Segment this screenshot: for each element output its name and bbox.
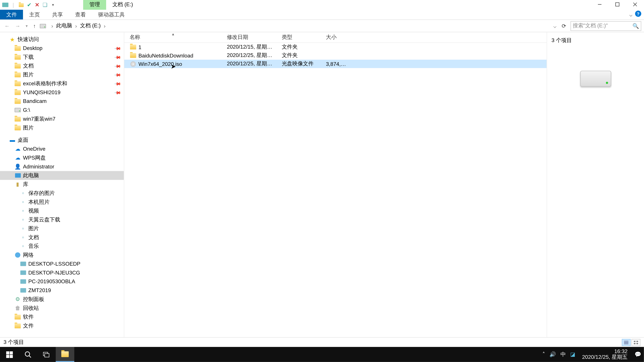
nav-network-item[interactable]: DESKTOP-LSSOEDP — [0, 259, 124, 268]
volume-icon[interactable]: 🔊 — [550, 351, 556, 358]
view-large-icons-button[interactable] — [632, 339, 640, 346]
qat-delete-icon[interactable]: ✕ — [34, 1, 40, 8]
ribbon-tab-file[interactable]: 文件 — [0, 10, 23, 19]
nav-this-pc[interactable]: 此电脑 — [0, 171, 124, 180]
ribbon-tab-drivetools[interactable]: 驱动器工具 — [92, 10, 131, 19]
folder-icon — [14, 313, 21, 321]
chevron-right-icon[interactable]: › — [74, 23, 78, 29]
folder-icon — [14, 124, 21, 131]
contextual-tab-manage[interactable]: 管理 — [83, 0, 106, 10]
ribbon-tab-home[interactable]: 主页 — [23, 10, 46, 19]
file-name: Win7x64_2020.iso — [138, 61, 182, 67]
cloud-icon: ☁ — [14, 145, 21, 152]
nav-lib-item[interactable]: ▫图片 — [0, 224, 124, 233]
file-name: 1 — [138, 44, 142, 50]
qat-properties-icon[interactable] — [18, 1, 25, 8]
maximize-button[interactable] — [608, 0, 626, 9]
col-date[interactable]: 修改日期 — [222, 32, 276, 42]
breadcrumb[interactable]: › 此电脑 › 文档 (E:) › — [40, 22, 550, 30]
nav-quick-access[interactable]: ★ 快速访问 — [0, 35, 124, 44]
nav-lib-item[interactable]: ▫文档 — [0, 233, 124, 242]
qat-new-icon[interactable]: ❏ — [42, 1, 49, 8]
close-button[interactable] — [626, 0, 644, 9]
nav-software[interactable]: 软件 — [0, 312, 124, 321]
nav-qa-item[interactable]: win7重装win7 — [0, 114, 124, 123]
search-button[interactable] — [18, 347, 37, 362]
folder-icon — [14, 62, 21, 69]
view-details-button[interactable] — [622, 339, 631, 346]
nav-files[interactable]: 文件 — [0, 321, 124, 330]
nav-lib-item[interactable]: ▫本机照片 — [0, 198, 124, 206]
nav-recycle-bin[interactable]: 🗑 回收站 — [0, 304, 124, 313]
nav-qa-item[interactable]: YUNQISHI2019📌 — [0, 88, 124, 97]
search-input[interactable]: 搜索"文档 (E:)" 🔍 — [570, 21, 641, 31]
nav-qa-item[interactable]: Bandicam — [0, 97, 124, 106]
qat-app-icon[interactable] — [2, 1, 9, 8]
nav-network-item[interactable]: PC-20190530OBLA — [0, 277, 124, 286]
nav-qa-item[interactable]: Desktop📌 — [0, 44, 124, 53]
folder-icon — [14, 44, 21, 52]
nav-control-panel[interactable]: ⚙ 控制面板 — [0, 295, 124, 304]
svg-rect-14 — [44, 354, 49, 357]
navigation-pane[interactable]: ★ 快速访问 Desktop📌下载📌文档📌图片📌excel表格制作求和📌YUNQ… — [0, 32, 124, 337]
file-date: 2020/12/25, 星期五 1... — [222, 60, 276, 68]
recycle-icon: 🗑 — [14, 305, 21, 312]
nav-wps[interactable]: ☁ WPS网盘 — [0, 153, 124, 162]
ribbon-tab-share[interactable]: 共享 — [46, 10, 69, 19]
nav-back-button[interactable]: ← — [3, 23, 12, 29]
ribbon-tab-view[interactable]: 查看 — [69, 10, 92, 19]
chevron-right-icon[interactable]: › — [50, 23, 54, 29]
qat-check-icon[interactable]: ✔ — [26, 1, 33, 8]
drive-icon — [40, 22, 46, 29]
ribbon-collapse-icon[interactable]: ⌵ — [629, 11, 632, 18]
taskbar-clock[interactable]: 16:32 2020/12/25, 星期五 — [580, 349, 630, 360]
pin-icon: 📌 — [114, 44, 121, 52]
search-icon[interactable]: 🔍 — [632, 23, 639, 29]
nav-lib-item[interactable]: ▫保存的图片 — [0, 189, 124, 198]
ime-indicator[interactable]: 中 — [560, 351, 566, 358]
nav-up-button[interactable]: ↑ — [31, 23, 38, 29]
action-center-icon[interactable]: 💬 — [634, 351, 641, 358]
nav-onedrive[interactable]: ☁ OneDrive — [0, 144, 124, 153]
folder-icon — [14, 89, 21, 96]
tray-app-icon[interactable]: ◪ — [570, 351, 575, 358]
nav-qa-item[interactable]: 文档📌 — [0, 61, 124, 70]
file-row[interactable]: BaiduNetdiskDownload2020/12/25, 星期五 1...… — [124, 51, 546, 60]
nav-lib-item[interactable]: ▫音乐 — [0, 242, 124, 251]
nav-forward-button: → — [13, 23, 22, 29]
file-row[interactable]: 12020/12/15, 星期二 1...文件夹 — [124, 43, 546, 51]
crumb-this-pc[interactable]: 此电脑 — [56, 22, 72, 30]
nav-qa-item[interactable]: 图片📌 — [0, 70, 124, 79]
nav-lib-item[interactable]: ▫天翼云盘下载 — [0, 215, 124, 224]
task-view-button[interactable] — [37, 347, 56, 362]
nav-libraries[interactable]: ▮ 库 — [0, 180, 124, 189]
nav-qa-item[interactable]: excel表格制作求和📌 — [0, 79, 124, 88]
col-type[interactable]: 类型 — [276, 32, 321, 42]
tray-overflow-icon[interactable]: ˄ — [542, 351, 545, 358]
taskbar-file-explorer[interactable] — [56, 347, 74, 362]
help-icon[interactable]: ? — [635, 10, 641, 17]
nav-qa-item[interactable]: G:\ — [0, 106, 124, 114]
qat-dropdown-icon[interactable]: ▾ — [50, 1, 56, 8]
drive-icon — [14, 107, 21, 114]
address-history-dropdown[interactable]: ⌵ — [552, 23, 557, 29]
col-size[interactable]: 大小 — [321, 32, 347, 42]
refresh-button[interactable]: ⟳ — [559, 23, 569, 29]
search-icon — [24, 351, 31, 358]
nav-network[interactable]: 网络 — [0, 251, 124, 259]
nav-network-item[interactable]: ZMT2019 — [0, 286, 124, 295]
nav-qa-item[interactable]: 下载📌 — [0, 53, 124, 61]
nav-desktop[interactable]: ▬ 桌面 — [0, 136, 124, 145]
library-item-icon: ▫ — [20, 216, 26, 223]
qat-sep: | — [10, 1, 17, 8]
minimize-button[interactable] — [591, 0, 608, 9]
start-button[interactable] — [0, 347, 18, 362]
chevron-right-icon[interactable]: › — [102, 23, 107, 29]
crumb-drive[interactable]: 文档 (E:) — [80, 22, 100, 30]
file-row[interactable]: Win7x64_2020.iso2020/12/25, 星期五 1...光盘映像… — [124, 60, 546, 68]
nav-network-item[interactable]: DESKTOP-NJEU3CG — [0, 268, 124, 277]
nav-qa-item[interactable]: 图片 — [0, 123, 124, 132]
nav-lib-item[interactable]: ▫视频 — [0, 206, 124, 215]
nav-admin[interactable]: 👤 Administrator — [0, 162, 124, 171]
nav-recent-dropdown[interactable]: ▾ — [24, 24, 30, 28]
